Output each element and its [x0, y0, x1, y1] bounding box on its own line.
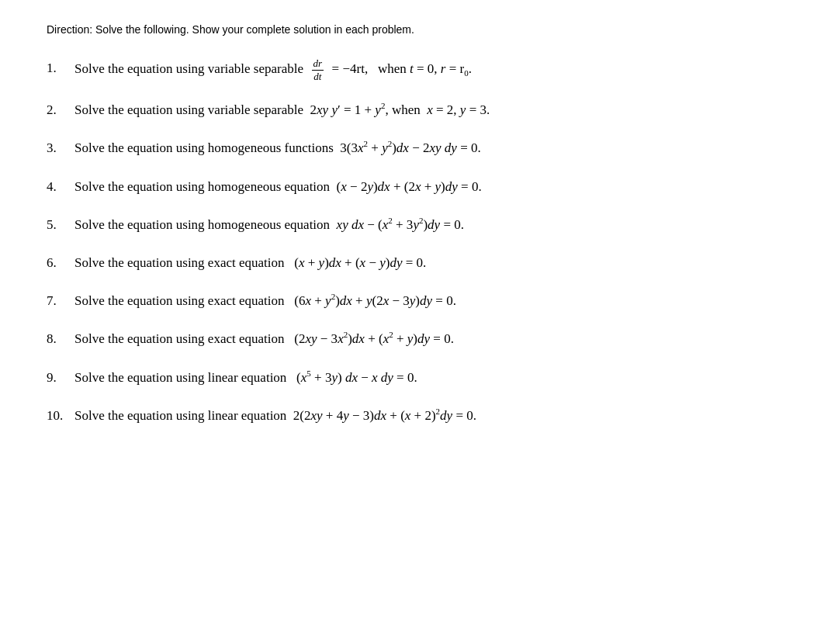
problem-text-10: Solve the equation using linear equation…	[74, 405, 791, 426]
problem-number-7: 7.	[47, 290, 74, 311]
problem-text-7: Solve the equation using exact equation …	[74, 290, 791, 311]
problem-text-8: Solve the equation using exact equation …	[74, 328, 791, 349]
problem-text-9: Solve the equation using linear equation…	[74, 367, 791, 388]
problem-item-3: 3.Solve the equation using homogeneous f…	[47, 137, 791, 158]
problem-item-1: 1.Solve the equation using variable sepa…	[47, 57, 791, 82]
problem-number-5: 5.	[47, 214, 74, 235]
problem-item-8: 8.Solve the equation using exact equatio…	[47, 328, 791, 349]
problem-item-6: 6.Solve the equation using exact equatio…	[47, 252, 791, 273]
problem-number-9: 9.	[47, 367, 74, 388]
problem-text-3: Solve the equation using homogeneous fun…	[74, 137, 791, 158]
problem-item-10: 10.Solve the equation using linear equat…	[47, 405, 791, 426]
problems-list: 1.Solve the equation using variable sepa…	[47, 57, 791, 426]
problem-text-2: Solve the equation using variable separa…	[74, 99, 791, 120]
problem-item-4: 4.Solve the equation using homogeneous e…	[47, 176, 791, 197]
problem-item-9: 9.Solve the equation using linear equati…	[47, 367, 791, 388]
problem-text-1: Solve the equation using variable separa…	[74, 57, 791, 82]
problem-item-2: 2.Solve the equation using variable sepa…	[47, 99, 791, 120]
problem-number-1: 1.	[47, 57, 74, 78]
problem-text-5: Solve the equation using homogeneous equ…	[74, 214, 791, 235]
problem-text-4: Solve the equation using homogeneous equ…	[74, 176, 791, 197]
problem-item-7: 7.Solve the equation using exact equatio…	[47, 290, 791, 311]
problem-number-10: 10.	[47, 405, 74, 426]
problem-number-6: 6.	[47, 252, 74, 273]
problem-number-8: 8.	[47, 328, 74, 349]
problem-number-2: 2.	[47, 99, 74, 120]
problem-text-6: Solve the equation using exact equation …	[74, 252, 791, 273]
problem-number-3: 3.	[47, 137, 74, 158]
direction-text: Direction: Solve the following. Show you…	[47, 23, 791, 36]
problem-number-4: 4.	[47, 176, 74, 197]
problem-item-5: 5.Solve the equation using homogeneous e…	[47, 214, 791, 235]
